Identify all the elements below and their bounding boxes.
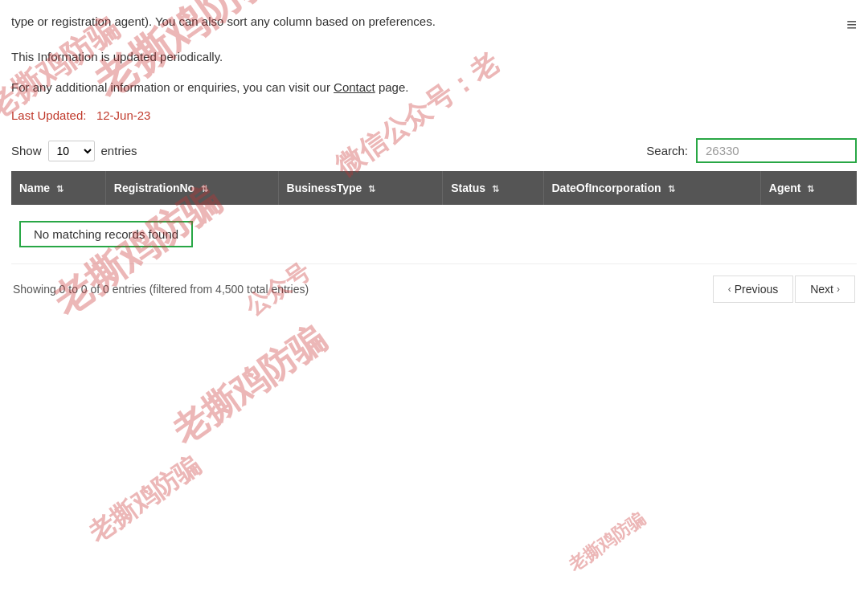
col-reg-no[interactable]: RegistrationNo ⇅: [105, 171, 278, 205]
page-wrapper: type or registration agent). You can als…: [0, 0, 868, 322]
search-box: Search:: [646, 138, 857, 163]
contact-section: For any additional information or enquir…: [11, 78, 857, 97]
no-records-row: No matching records found: [11, 205, 857, 264]
sort-arrows-date: ⇅: [668, 184, 675, 194]
showing-info: Showing 0 to 0 of 0 entries (filtered fr…: [13, 283, 309, 296]
next-label: Next: [810, 283, 833, 296]
sort-arrows-biz: ⇅: [368, 184, 375, 194]
col-date-incorp[interactable]: DateOfIncorporation ⇅: [543, 171, 760, 205]
prev-button[interactable]: ‹ Previous: [713, 276, 793, 303]
top-bar: type or registration agent). You can als…: [11, 13, 857, 35]
contact-text: For any additional information or enquir…: [11, 80, 330, 94]
data-table: Name ⇅ RegistrationNo ⇅ BusinessType ⇅ S…: [11, 171, 857, 264]
entries-label: entries: [101, 144, 137, 157]
watermark-6: 老撕鸡防骗: [163, 315, 335, 455]
col-biz-type[interactable]: BusinessType ⇅: [278, 171, 443, 205]
last-updated-value: 12-Jun-23: [96, 108, 151, 122]
sort-arrows-agent: ⇅: [807, 184, 814, 194]
table-body: No matching records found: [11, 205, 857, 264]
menu-icon[interactable]: ≡: [846, 14, 857, 35]
no-records-message: No matching records found: [19, 221, 193, 247]
col-status-label: Status: [451, 182, 485, 194]
col-name-label: Name: [19, 182, 50, 194]
table-footer: Showing 0 to 0 of 0 entries (filtered fr…: [11, 272, 857, 306]
last-updated: Last Updated: 12-Jun-23: [11, 108, 857, 122]
last-updated-label: Last Updated:: [11, 108, 86, 122]
table-header: Name ⇅ RegistrationNo ⇅ BusinessType ⇅ S…: [11, 171, 857, 205]
col-biz-type-label: BusinessType: [287, 182, 362, 194]
col-agent[interactable]: Agent ⇅: [760, 171, 857, 205]
sort-arrows-name: ⇅: [56, 184, 63, 194]
pagination: ‹ Previous Next ›: [713, 276, 855, 303]
watermark-8: 老撕鸡防骗: [563, 507, 649, 578]
watermark-7: 老撕鸡防骗: [82, 448, 207, 551]
sort-arrows-reg: ⇅: [201, 184, 208, 194]
info-line: This Information is updated periodically…: [11, 50, 857, 63]
entries-select[interactable]: 10 25 50 100: [48, 141, 95, 161]
table-controls: Show 10 25 50 100 entries Search:: [11, 138, 857, 163]
sort-arrows-status: ⇅: [492, 184, 499, 194]
next-chevron: ›: [837, 284, 840, 295]
contact-text-after: page.: [379, 80, 409, 94]
next-button[interactable]: Next ›: [795, 276, 855, 303]
col-agent-label: Agent: [769, 182, 801, 194]
contact-link[interactable]: Contact: [334, 80, 375, 94]
description-text: type or registration agent). You can als…: [11, 13, 436, 31]
show-label: Show: [11, 144, 42, 157]
search-label: Search:: [646, 144, 688, 157]
col-name[interactable]: Name ⇅: [11, 171, 105, 205]
prev-chevron: ‹: [728, 284, 731, 295]
show-entries: Show 10 25 50 100 entries: [11, 141, 137, 161]
col-status[interactable]: Status ⇅: [443, 171, 543, 205]
col-reg-no-label: RegistrationNo: [114, 182, 194, 194]
col-date-incorp-label: DateOfIncorporation: [552, 182, 661, 194]
search-input[interactable]: [696, 138, 857, 163]
prev-label: Previous: [735, 283, 778, 296]
